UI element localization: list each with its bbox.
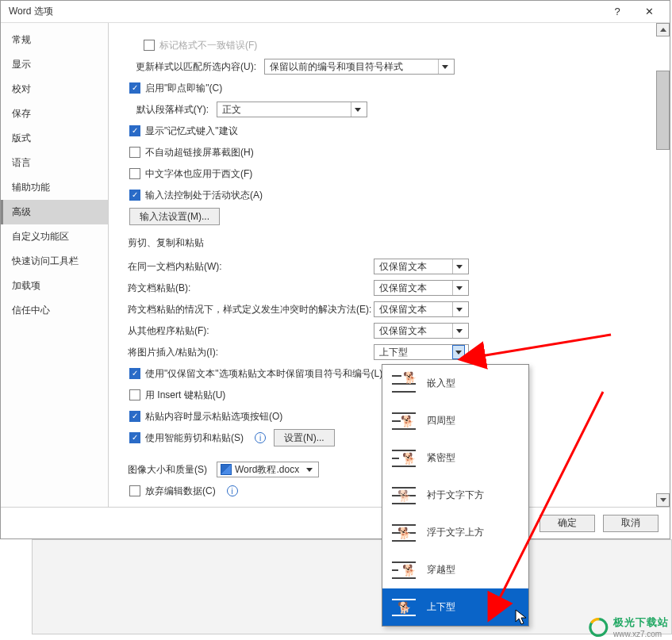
show-paste-options-checkbox[interactable] (129, 411, 140, 422)
wrap-through-icon: 🐕 (392, 560, 416, 581)
wrap-option-tight[interactable]: 🐕紧密型 (382, 439, 528, 477)
cancel-button[interactable]: 取消 (603, 515, 659, 532)
dialog-title: Word 选项 (9, 5, 601, 18)
sidebar-item-0[interactable]: 常规 (1, 28, 108, 52)
wrap-option-label: 穿越型 (427, 563, 455, 577)
click-and-type-label: 启用"即点即输"(C) (145, 82, 222, 95)
default-paragraph-label: 默认段落样式(Y): (129, 103, 209, 117)
dropdown-arrow-icon (452, 302, 465, 316)
paste-conflict-select[interactable]: 仅保留文本 (374, 301, 469, 317)
mark-format-inconsistency-checkbox[interactable] (144, 40, 155, 51)
insert-key-checkbox[interactable] (129, 389, 140, 400)
scroll-down-button[interactable] (656, 493, 670, 507)
paste-same-doc-label: 在同一文档内粘贴(W): (128, 260, 366, 274)
mark-format-inconsistency-label: 标记格式不一致错误(F) (159, 39, 257, 52)
dialog-footer: 确定 取消 (1, 507, 670, 538)
paste-cross-doc-label: 跨文档粘贴(B): (128, 282, 366, 295)
wrap-square-icon: 🐕 (392, 411, 416, 431)
wrap-topbot-icon: 🐕 (392, 597, 416, 618)
update-style-select[interactable]: 保留以前的编号和项目符号样式 (264, 59, 455, 75)
wrap-option-label: 上下型 (427, 600, 455, 614)
paste-conflict-label: 跨文档粘贴的情况下，样式定义发生冲突时的解决方法(E): (128, 303, 366, 316)
ok-button[interactable]: 确定 (540, 515, 595, 532)
sidebar-item-5[interactable]: 语言 (1, 151, 108, 175)
paste-cross-doc-select[interactable]: 仅保留文本 (374, 280, 469, 296)
wrap-option-behind[interactable]: 🐕衬于文字下方 (382, 477, 528, 514)
titlebar: Word 选项 ? ✕ (1, 1, 670, 23)
info-icon[interactable]: i (255, 432, 266, 443)
sidebar-item-10[interactable]: 加载项 (1, 274, 108, 298)
image-target-doc-select[interactable]: Word教程.docx (217, 462, 319, 477)
wrap-option-square[interactable]: 🐕四周型 (382, 402, 528, 439)
dropdown-arrow-icon (452, 281, 465, 295)
sidebar-item-3[interactable]: 保存 (1, 102, 108, 126)
update-style-value: 保留以前的编号和项目符号样式 (270, 60, 403, 74)
insert-key-label: 用 Insert 键粘贴(U) (145, 389, 225, 402)
discard-edit-label: 放弃编辑数据(C) (145, 485, 216, 498)
ime-active-checkbox[interactable] (129, 190, 140, 201)
smart-cut-paste-label: 使用智能剪切和粘贴(S) (145, 431, 244, 445)
watermark: 极光下载站 www.xz7.com (588, 615, 669, 638)
wrap-option-inline[interactable]: 🐕嵌入型 (382, 365, 528, 402)
paste-other-prog-value: 仅保留文本 (379, 324, 427, 338)
dropdown-arrow-icon (438, 59, 451, 74)
keep-bullets-checkbox[interactable] (129, 368, 140, 379)
wrap-option-label: 紧密型 (427, 451, 455, 465)
sidebar-item-11[interactable]: 信任中心 (1, 298, 108, 323)
sidebar-item-8[interactable]: 自定义功能区 (1, 224, 108, 249)
keep-bullets-label: 使用"仅保留文本"选项粘贴文本时保留项目符号和编号(L) (145, 367, 382, 381)
scrollbar-thumb[interactable] (656, 71, 670, 150)
dropdown-arrow-icon (304, 468, 315, 472)
dropdown-arrow-icon (452, 345, 465, 359)
wrap-option-label: 四周型 (427, 414, 455, 427)
wrap-tight-icon: 🐕 (392, 448, 416, 469)
image-target-doc-value: Word教程.docx (235, 463, 299, 477)
no-hyperlink-screenshot-checkbox[interactable] (129, 147, 140, 158)
word-options-dialog: Word 选项 ? ✕ 常规显示校对保存版式语言辅助功能高级自定义功能区快速访问… (0, 0, 670, 539)
close-button[interactable]: ✕ (633, 6, 665, 17)
scroll-up-button[interactable] (656, 23, 670, 36)
sidebar-item-9[interactable]: 快速访问工具栏 (1, 249, 108, 274)
insert-picture-label: 将图片插入/粘贴为(I): (128, 346, 366, 359)
show-autocomplete-label: 显示"记忆式键入"建议 (145, 125, 238, 138)
ime-active-label: 输入法控制处于活动状态(A) (145, 189, 263, 202)
paste-other-prog-select[interactable]: 仅保留文本 (374, 323, 469, 339)
sidebar-item-4[interactable]: 版式 (1, 126, 108, 151)
sidebar-item-6[interactable]: 辅助功能 (1, 175, 108, 200)
cjk-west-label: 中文字体也应用于西文(F) (145, 167, 252, 181)
wrap-option-through[interactable]: 🐕穿越型 (382, 551, 528, 588)
sidebar-item-2[interactable]: 校对 (1, 77, 108, 102)
click-and-type-checkbox[interactable] (129, 82, 140, 94)
discard-edit-checkbox[interactable] (129, 485, 140, 496)
word-doc-icon (221, 464, 232, 475)
watermark-logo-icon (588, 617, 609, 638)
show-paste-options-label: 粘贴内容时显示粘贴选项按钮(O) (145, 410, 282, 423)
wrap-style-dropdown: 🐕嵌入型🐕四周型🐕紧密型🐕衬于文字下方🐕浮于文字上方🐕穿越型🐕上下型 (382, 364, 529, 627)
no-hyperlink-screenshot-label: 不自动超链接屏幕截图(H) (145, 146, 254, 159)
wrap-option-label: 嵌入型 (427, 377, 455, 390)
default-paragraph-select[interactable]: 正文 (217, 102, 367, 117)
watermark-url: www.xz7.com (613, 630, 669, 638)
wrap-option-front[interactable]: 🐕浮于文字上方 (382, 514, 528, 551)
sidebar-item-7[interactable]: 高级 (1, 200, 108, 224)
dropdown-arrow-icon (351, 102, 363, 117)
wrap-behind-icon: 🐕 (392, 485, 416, 506)
wrap-front-icon: 🐕 (392, 523, 416, 543)
paste-settings-button[interactable]: 设置(N)... (274, 429, 335, 446)
paste-cross-doc-value: 仅保留文本 (379, 282, 427, 295)
wrap-option-topbot[interactable]: 🐕上下型 (382, 588, 528, 626)
ime-settings-button[interactable]: 输入法设置(M)... (129, 208, 220, 225)
cjk-west-checkbox[interactable] (129, 168, 140, 179)
info-icon[interactable]: i (227, 485, 238, 496)
insert-picture-select[interactable]: 上下型 (374, 344, 469, 360)
dropdown-arrow-icon (452, 324, 465, 338)
smart-cut-paste-checkbox[interactable] (129, 432, 140, 443)
insert-picture-value: 上下型 (379, 346, 408, 359)
wrap-option-label: 浮于文字上方 (427, 526, 484, 539)
sidebar-item-1[interactable]: 显示 (1, 52, 108, 77)
help-button[interactable]: ? (601, 6, 633, 17)
paste-other-prog-label: 从其他程序粘贴(F): (128, 324, 366, 338)
paste-same-doc-value: 仅保留文本 (379, 260, 427, 274)
paste-same-doc-select[interactable]: 仅保留文本 (374, 259, 469, 274)
show-autocomplete-checkbox[interactable] (129, 125, 140, 136)
